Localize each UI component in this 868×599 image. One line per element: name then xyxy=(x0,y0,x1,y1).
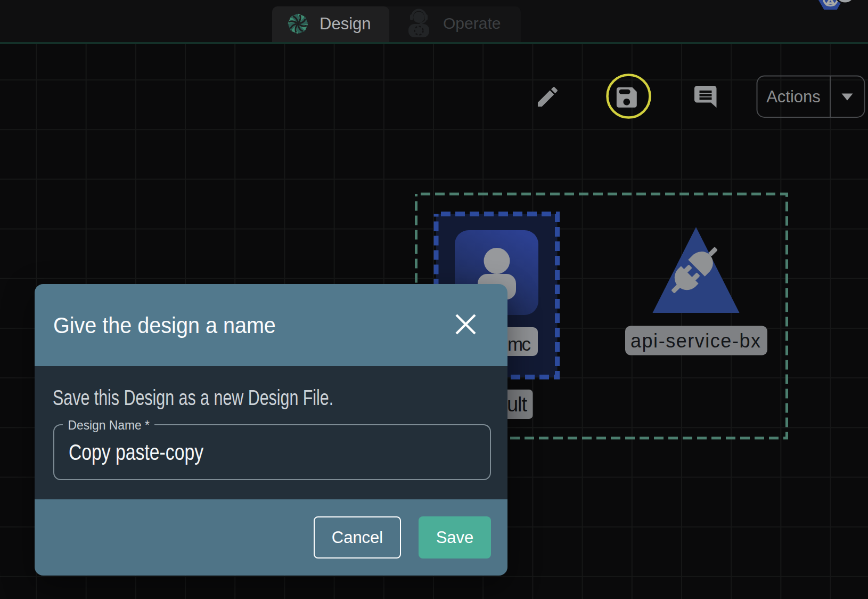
svg-text:mc: mc xyxy=(507,334,531,354)
svg-text:api-service-bx: api-service-bx xyxy=(630,330,760,352)
svg-text:Design: Design xyxy=(320,14,371,33)
svg-text:Actions: Actions xyxy=(766,87,821,106)
svg-text:ult: ult xyxy=(507,393,527,416)
svg-text:Operate: Operate xyxy=(443,14,501,32)
